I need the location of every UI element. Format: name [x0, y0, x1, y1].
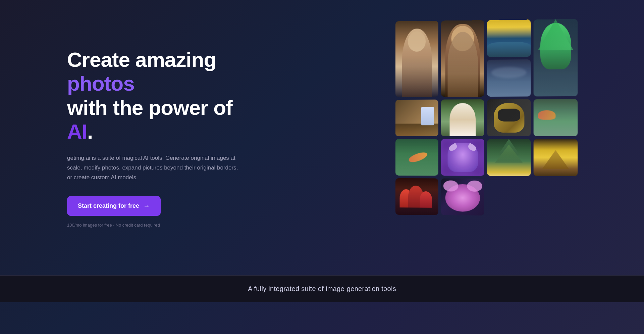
title-highlight-photos: photos [67, 72, 135, 95]
image-grid [395, 19, 578, 256]
grid-image-anime-character [534, 19, 578, 97]
title-part1: Create amazing [67, 48, 216, 71]
grid-image-fantasy-woman [441, 99, 484, 136]
cta-arrow-icon: → [143, 202, 150, 210]
cta-container: Start creating for free → 100/mo images … [67, 196, 248, 228]
cta-button-label: Start creating for free [78, 202, 139, 209]
grid-image-cloudy-sky [487, 59, 531, 97]
title-period: . [87, 120, 93, 143]
grid-image-glowing-hamster [441, 178, 484, 216]
grid-image-skull-sculpture [487, 99, 531, 136]
hero-left-content: Create amazing photos with the power of … [67, 48, 268, 228]
hero-title: Create amazing photos with the power of … [67, 48, 248, 143]
page-wrapper: Create amazing photos with the power of … [0, 0, 644, 334]
bottom-bar-text: A fully integrated suite of image-genera… [0, 285, 644, 293]
cta-button[interactable]: Start creating for free → [67, 196, 161, 216]
title-part2: with the power of [67, 96, 232, 119]
grid-image-curly-hair-man [441, 20, 484, 97]
hero-section: Create amazing photos with the power of … [0, 0, 644, 275]
grid-image-glowing-cat [441, 139, 484, 176]
bottom-bar: A fully integrated suite of image-genera… [0, 275, 644, 302]
hero-right-images [268, 20, 577, 255]
grid-image-portrait-man-suit [395, 21, 438, 97]
grid-image-koi-pond-2 [395, 139, 438, 176]
cta-note: 100/mo images for free · No credit card … [67, 223, 248, 228]
title-highlight-ai: AI [67, 120, 87, 143]
hero-description: getimg.ai is a suite of magical AI tools… [67, 153, 241, 183]
grid-image-ancient-pyramid [534, 139, 578, 176]
grid-image-koi-pond-1 [534, 99, 578, 136]
grid-image-enchanted-forest [487, 139, 531, 176]
grid-image-ocean-sky [487, 19, 531, 57]
grid-image-mushroom-forest [395, 178, 438, 215]
grid-image-bedroom [395, 100, 438, 136]
